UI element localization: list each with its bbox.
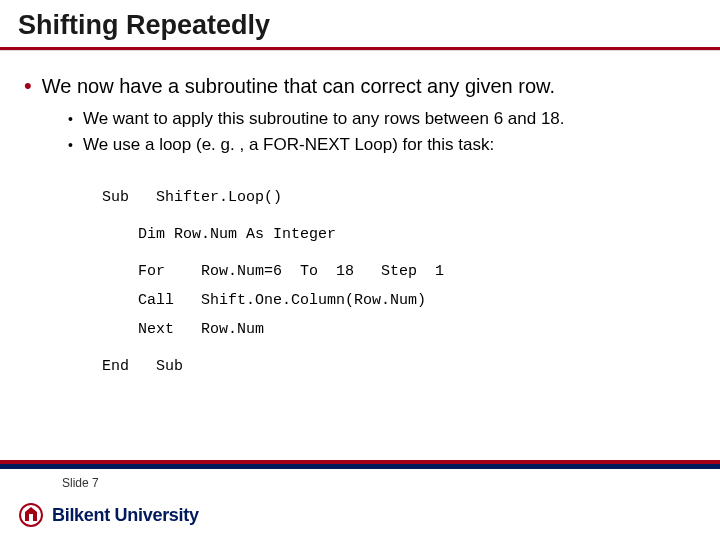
bullet-dot-icon: • — [68, 133, 73, 157]
footer-bar-blue — [0, 464, 720, 469]
bullet-level1: • We now have a subroutine that can corr… — [24, 73, 696, 99]
code-line: Call Shift.One.Column(Row.Num) — [102, 290, 696, 311]
slide-number: Slide 7 — [62, 476, 99, 490]
university-logo: Bilkent University — [18, 502, 199, 528]
bullet-dot-icon: • — [68, 107, 73, 131]
code-gap — [102, 253, 696, 261]
code-gap — [102, 348, 696, 356]
slide: Shifting Repeatedly • We now have a subr… — [0, 0, 720, 540]
code-line: For Row.Num=6 To 18 Step 1 — [102, 261, 696, 282]
slide-title: Shifting Repeatedly — [0, 0, 720, 47]
code-line: Dim Row.Num As Integer — [102, 224, 696, 245]
code-line: End Sub — [102, 356, 696, 377]
sub-bullet-list: • We want to apply this subroutine to an… — [68, 107, 696, 157]
footer-bar — [0, 460, 720, 466]
code-block: Sub Shifter.Loop() Dim Row.Num As Intege… — [102, 187, 696, 377]
bullet-text: We use a loop (e. g. , a FOR-NEXT Loop) … — [83, 133, 494, 157]
svg-rect-1 — [29, 514, 33, 521]
bullet-text: We now have a subroutine that can correc… — [42, 73, 555, 99]
bullet-level2: • We use a loop (e. g. , a FOR-NEXT Loop… — [68, 133, 696, 157]
bullet-text: We want to apply this subroutine to any … — [83, 107, 565, 131]
code-line: Next Row.Num — [102, 319, 696, 340]
code-gap — [102, 216, 696, 224]
bullet-dot-icon: • — [24, 73, 32, 99]
content-area: • We now have a subroutine that can corr… — [0, 51, 720, 377]
code-line: Sub Shifter.Loop() — [102, 187, 696, 208]
logo-text: Bilkent University — [52, 505, 199, 526]
seal-icon — [18, 502, 44, 528]
bullet-level2: • We want to apply this subroutine to an… — [68, 107, 696, 131]
